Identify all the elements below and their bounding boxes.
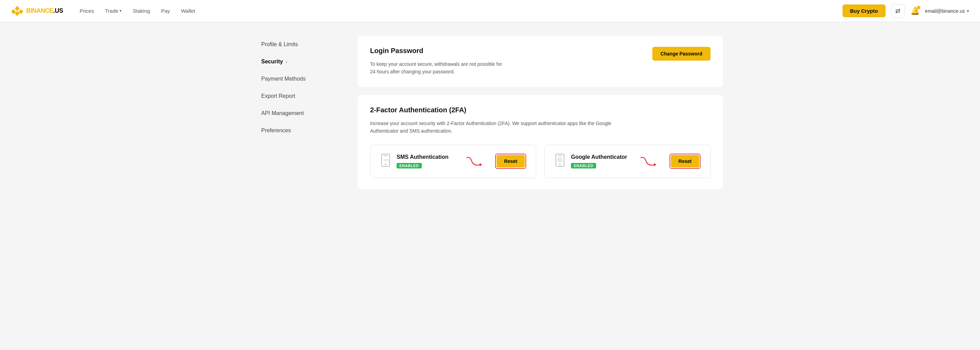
- nav-pay[interactable]: Pay: [161, 8, 170, 14]
- nav-staking[interactable]: Staking: [133, 8, 150, 14]
- header-right: Buy Crypto ⇄ 🔔 email@binance.us ▾: [843, 4, 969, 18]
- sidebar-item-security[interactable]: Security ›: [257, 53, 347, 70]
- main-header: BINANCE.US Prices Trade ▾ Staking Pay Wa…: [0, 0, 980, 22]
- nav-wallet[interactable]: Wallet: [181, 8, 195, 14]
- main-content: Login Password To keep your account secu…: [358, 36, 723, 189]
- change-password-button[interactable]: Change Password: [652, 47, 711, 60]
- login-password-description: To keep your account secure, withdrawals…: [370, 60, 502, 76]
- google-arrow-icon: [639, 154, 660, 168]
- login-password-header: Login Password To keep your account secu…: [370, 47, 711, 76]
- sidebar-item-export-report[interactable]: Export Report: [257, 88, 347, 105]
- sms-auth-info: SMS Authentication ENABLED: [397, 154, 455, 169]
- login-password-title: Login Password: [370, 47, 502, 55]
- svg-rect-5: [383, 155, 388, 156]
- svg-marker-8: [480, 163, 482, 166]
- sidebar-item-profile[interactable]: Profile & Limits: [257, 36, 347, 53]
- sms-auth-card: SMS SMS Authentication ENABLED: [370, 145, 536, 178]
- sidebar: Profile & Limits Security › Payment Meth…: [257, 36, 347, 189]
- svg-marker-14: [654, 163, 656, 166]
- svg-point-11: [559, 164, 561, 165]
- security-chevron-icon: ›: [286, 59, 287, 64]
- login-password-card: Login Password To keep your account secu…: [358, 36, 723, 87]
- user-menu-chevron-icon: ▾: [967, 9, 969, 13]
- svg-rect-10: [558, 155, 562, 156]
- login-password-text-area: Login Password To keep your account secu…: [370, 47, 502, 76]
- google-arrow-area: [639, 154, 660, 168]
- transfer-icon: ⇄: [895, 7, 900, 15]
- svg-text:SMS: SMS: [383, 159, 389, 162]
- google-auth-card: G Google Authenticator ENABLED: [544, 145, 711, 178]
- sms-auth-status: ENABLED: [397, 163, 422, 169]
- logo[interactable]: BINANCE.US: [11, 5, 63, 17]
- user-email: email@binance.us: [925, 8, 965, 14]
- two-fa-description: Increase your account security with 2-Fa…: [370, 119, 618, 135]
- page-layout: Profile & Limits Security › Payment Meth…: [249, 22, 731, 203]
- google-reset-button-wrapper: Reset: [670, 154, 700, 169]
- user-menu[interactable]: email@binance.us ▾: [925, 8, 969, 14]
- nav-trade[interactable]: Trade ▾: [105, 8, 122, 14]
- notification-dot: [917, 6, 920, 9]
- svg-text:G: G: [559, 159, 561, 161]
- svg-marker-0: [15, 6, 20, 11]
- nav-prices[interactable]: Prices: [80, 8, 94, 14]
- google-auth-info: Google Authenticator ENABLED: [571, 154, 630, 169]
- two-fa-methods: SMS SMS Authentication ENABLED: [370, 145, 711, 178]
- notification-button[interactable]: 🔔: [910, 6, 920, 16]
- sms-reset-button-wrapper: Reset: [495, 154, 526, 169]
- sms-arrow-area: [465, 154, 485, 168]
- buy-crypto-button[interactable]: Buy Crypto: [843, 5, 886, 17]
- logo-text: BINANCE.US: [26, 7, 63, 14]
- sms-auth-name: SMS Authentication: [397, 154, 455, 160]
- sms-reset-button[interactable]: Reset: [496, 155, 525, 167]
- two-fa-card: 2-Factor Authentication (2FA) Increase y…: [358, 95, 723, 189]
- sms-auth-icon: SMS: [380, 153, 391, 170]
- google-reset-button[interactable]: Reset: [671, 155, 699, 167]
- transfer-icon-button[interactable]: ⇄: [891, 4, 905, 18]
- google-auth-icon: G: [554, 153, 565, 170]
- google-auth-status: ENABLED: [571, 163, 596, 169]
- trade-chevron-icon: ▾: [119, 9, 122, 13]
- two-fa-title: 2-Factor Authentication (2FA): [370, 106, 711, 114]
- sidebar-item-api-management[interactable]: API Management: [257, 105, 347, 122]
- google-auth-name: Google Authenticator: [571, 154, 630, 160]
- sidebar-item-payment-methods[interactable]: Payment Methods: [257, 70, 347, 88]
- sms-arrow-icon: [465, 154, 485, 168]
- sidebar-item-preferences[interactable]: Preferences: [257, 122, 347, 139]
- logo-icon: [11, 5, 24, 17]
- svg-point-6: [385, 164, 386, 165]
- main-nav: Prices Trade ▾ Staking Pay Wallet: [80, 8, 843, 14]
